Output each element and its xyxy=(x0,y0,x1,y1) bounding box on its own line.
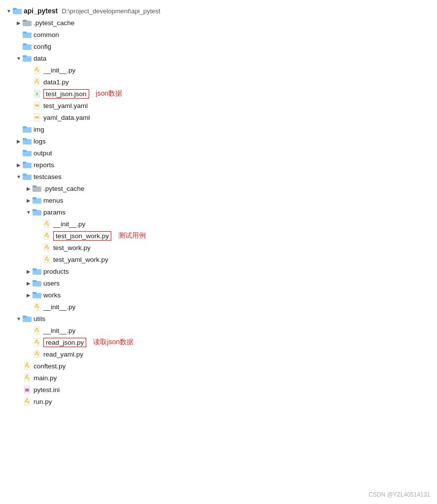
utils-init-label: __init__.py xyxy=(43,327,75,334)
svg-text:Py: Py xyxy=(35,305,39,309)
img-no-arrow xyxy=(15,125,23,133)
data1-item[interactable]: Py data1.py xyxy=(5,76,432,88)
read-yaml-item[interactable]: Py read_yaml.py xyxy=(5,348,432,360)
menus-label: menus xyxy=(43,197,64,204)
tc-pytest-cache-arrow[interactable] xyxy=(25,184,33,192)
svg-text:Py: Py xyxy=(45,246,49,250)
test-yaml-work-label: test_yaml_work.py xyxy=(53,256,108,263)
svg-rect-31 xyxy=(23,174,27,176)
svg-text:Py: Py xyxy=(45,222,49,226)
test-work-item[interactable]: Py test_work.py xyxy=(5,242,432,253)
yaml-data-item[interactable]: YML yaml_data.yaml xyxy=(5,111,432,123)
output-folder-icon xyxy=(23,149,32,156)
test-yaml-work-no-arrow xyxy=(34,255,42,263)
svg-text:Py: Py xyxy=(45,258,49,262)
data-init-item[interactable]: Py __init__.py xyxy=(5,64,432,76)
reports-item[interactable]: reports xyxy=(5,159,432,171)
run-py-icon: Py xyxy=(23,397,32,406)
img-item[interactable]: img xyxy=(5,123,432,135)
test-json-item[interactable]: {} test_json.json json数据 xyxy=(5,88,432,100)
output-item[interactable]: output xyxy=(5,147,432,159)
test-yaml-label: test_yaml.yaml xyxy=(43,102,88,109)
conftest-no-arrow xyxy=(15,362,23,370)
users-arrow[interactable] xyxy=(25,279,33,287)
testcases-init-item[interactable]: Py __init__.py xyxy=(5,301,432,313)
svg-rect-35 xyxy=(33,197,36,199)
params-init-no-arrow xyxy=(34,220,42,228)
utils-init-item[interactable]: Py __init__.py xyxy=(5,324,432,336)
read-json-item[interactable]: Py read_json.py 读取json数据 xyxy=(5,336,432,348)
config-item[interactable]: config xyxy=(5,40,432,52)
test-json-work-py-icon: Py xyxy=(42,231,51,240)
test-yaml-work-item[interactable]: Py test_yaml_work.py xyxy=(5,253,432,265)
params-init-item[interactable]: Py __init__.py xyxy=(5,218,432,230)
data1-label: data1.py xyxy=(43,78,69,86)
pytest-ini-item[interactable]: ≡ pytest.ini xyxy=(5,384,432,396)
products-label: products xyxy=(43,268,69,275)
testcases-item[interactable]: testcases xyxy=(5,171,432,182)
common-label: common xyxy=(34,31,59,38)
config-label: config xyxy=(34,43,51,50)
menus-item[interactable]: menus xyxy=(5,194,432,206)
data-item[interactable]: data xyxy=(5,52,432,64)
logs-arrow[interactable] xyxy=(15,137,23,145)
main-item[interactable]: Py main.py xyxy=(5,372,432,384)
pytest-ini-no-arrow xyxy=(15,386,23,394)
root-arrow[interactable] xyxy=(5,7,13,15)
products-item[interactable]: products xyxy=(5,265,432,277)
svg-text:Py: Py xyxy=(45,234,49,238)
test-work-label: test_work.py xyxy=(53,244,91,252)
run-no-arrow xyxy=(15,397,23,405)
test-yaml-item[interactable]: YML test_yaml.yaml xyxy=(5,100,432,111)
utils-item[interactable]: utils xyxy=(5,313,432,324)
root-item[interactable]: api_pytest D:\project_development\api_py… xyxy=(5,5,432,17)
data1-no-arrow xyxy=(25,78,33,86)
root-folder-icon xyxy=(13,7,22,14)
run-item[interactable]: Py run.py xyxy=(5,396,432,407)
test-work-py-icon: Py xyxy=(42,243,51,252)
test-yaml-work-py-icon: Py xyxy=(42,255,51,264)
params-item[interactable]: params xyxy=(5,206,432,218)
svg-rect-23 xyxy=(23,126,27,128)
utils-label: utils xyxy=(34,315,45,323)
test-json-work-item[interactable]: Py test_json_work.py 测试用例 xyxy=(5,230,432,242)
test-json-label: test_json.json xyxy=(43,89,89,99)
logs-item[interactable]: logs xyxy=(5,135,432,147)
conftest-py-icon: Py xyxy=(23,361,32,370)
testcases-init-no-arrow xyxy=(25,303,33,311)
reports-folder-icon xyxy=(23,161,32,168)
svg-text:Py: Py xyxy=(25,364,30,368)
params-init-py-icon: Py xyxy=(42,219,51,228)
products-arrow[interactable] xyxy=(25,267,33,275)
svg-rect-29 xyxy=(23,162,27,164)
pytest-cache-arrow[interactable] xyxy=(15,19,23,27)
works-folder-icon xyxy=(33,291,41,298)
svg-rect-55 xyxy=(33,292,36,294)
main-label: main.py xyxy=(34,374,57,382)
svg-text:Py: Py xyxy=(35,353,39,357)
reports-arrow[interactable] xyxy=(15,161,23,169)
testcases-arrow[interactable] xyxy=(15,173,23,180)
common-item[interactable]: common xyxy=(5,29,432,40)
menus-arrow[interactable] xyxy=(25,196,33,204)
products-folder-icon xyxy=(33,268,41,275)
svg-rect-27 xyxy=(23,150,27,152)
img-folder-icon xyxy=(23,126,32,133)
conftest-item[interactable]: Py conftest.py xyxy=(5,360,432,372)
params-arrow[interactable] xyxy=(25,208,33,216)
test-work-no-arrow xyxy=(34,244,42,252)
svg-text:Py: Py xyxy=(35,80,39,84)
tc-pytest-cache-item[interactable]: .pytest_cache xyxy=(5,182,432,194)
svg-rect-53 xyxy=(33,280,36,282)
params-label: params xyxy=(43,209,66,216)
utils-arrow[interactable] xyxy=(15,315,23,323)
works-item[interactable]: works xyxy=(5,289,432,301)
data-arrow[interactable] xyxy=(15,54,23,62)
pytest-cache-item[interactable]: .pytest_cache xyxy=(5,17,432,29)
testcases-init-label: __init__.py xyxy=(43,303,75,311)
works-arrow[interactable] xyxy=(25,291,33,299)
read-json-label: read_json.py xyxy=(43,338,86,347)
output-no-arrow xyxy=(15,149,23,157)
users-item[interactable]: users xyxy=(5,277,432,289)
logs-label: logs xyxy=(34,138,46,145)
